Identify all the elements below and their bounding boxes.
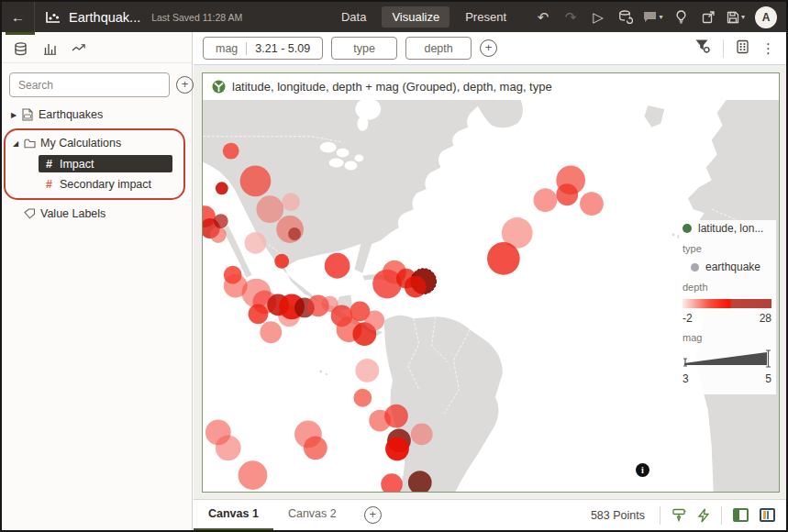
add-filter-button[interactable]: +	[480, 39, 497, 57]
map-viz-globe-icon	[212, 80, 226, 94]
canvas-tab-bar: Canvas 1 Canvas 2 + 583 Points	[194, 499, 786, 530]
comments-menu-button[interactable]: ▾	[639, 2, 667, 32]
grammar-panel-icon[interactable]	[736, 39, 749, 58]
tab-data[interactable]: Data	[331, 6, 376, 28]
lightning-bolt-icon[interactable]	[697, 508, 710, 523]
folder-label: My Calculations	[40, 137, 121, 150]
dataset-label: Earthquakes	[39, 108, 103, 121]
filter-pill-type[interactable]: type	[331, 37, 397, 60]
earthquake-bubble[interactable]	[214, 214, 228, 228]
filter-value: 3.21 - 5.09	[255, 42, 310, 55]
earthquake-bubble[interactable]	[260, 321, 282, 343]
earthquake-bubble[interactable]	[256, 195, 283, 223]
insights-lightbulb-icon[interactable]	[667, 2, 694, 32]
expand-expanded-icon[interactable]: ◢	[11, 139, 20, 148]
tree-item-secondary-impact[interactable]: # Secondary impact	[6, 174, 183, 194]
tab-present[interactable]: Present	[455, 6, 516, 28]
canvas-tab-1[interactable]: Canvas 1	[194, 500, 273, 531]
mode-tabs: Data Visualize Present	[331, 6, 516, 28]
run-button[interactable]: ▷	[584, 2, 612, 32]
earthquake-bubble[interactable]	[210, 227, 227, 243]
map-visualization-card[interactable]: latitude, longitude, depth + mag (Groupe…	[202, 72, 780, 493]
last-saved-text: Last Saved 11:28 AM	[151, 12, 242, 23]
earthquake-bubble[interactable]	[405, 276, 427, 298]
earthquake-bubble[interactable]	[487, 242, 520, 275]
depth-max: 28	[760, 312, 771, 325]
earthquake-bubble[interactable]	[223, 143, 239, 160]
canvas-bar-actions: 583 Points	[591, 506, 775, 525]
filter-field: depth	[424, 42, 452, 55]
user-avatar[interactable]: A	[755, 6, 777, 28]
tree-item-impact-selected[interactable]: # Impact	[39, 155, 172, 172]
main-area: mag 3.21 - 5.09 type depth +	[194, 32, 786, 530]
earthquake-bubble[interactable]	[288, 227, 301, 240]
filter-settings-icon[interactable]	[694, 39, 711, 58]
earthquake-bubble[interactable]	[580, 192, 604, 216]
redo-button[interactable]: ↷	[557, 2, 584, 32]
depth-color-gradient[interactable]	[683, 299, 771, 308]
tab-analytics[interactable]	[64, 32, 94, 62]
number-hash-icon: #	[46, 178, 52, 191]
tree-item-value-labels[interactable]: Value Labels	[2, 204, 192, 224]
filter-field: type	[353, 42, 375, 55]
earthquake-bubble[interactable]	[411, 424, 433, 446]
calc-secondary-impact-label: Secondary impact	[60, 178, 151, 191]
mag-size-wedge[interactable]	[683, 349, 771, 368]
legend-type-value[interactable]: earthquake	[705, 260, 760, 273]
open-in-window-icon[interactable]	[694, 2, 722, 32]
earthquake-bubble[interactable]	[385, 437, 409, 460]
earthquake-bubble[interactable]	[274, 254, 289, 269]
add-data-button[interactable]: +	[176, 76, 194, 94]
tree-item-my-calculations[interactable]: ◢ My Calculations	[6, 133, 183, 153]
tree-item-earthquakes[interactable]: ▶ Earthquakes	[2, 105, 192, 125]
tab-visualizations[interactable]	[35, 32, 64, 62]
earthquake-bubble[interactable]	[245, 232, 267, 254]
tab-visualize[interactable]: Visualize	[382, 6, 449, 28]
earthquake-bubble[interactable]	[364, 310, 384, 330]
number-hash-icon: #	[46, 158, 52, 171]
save-menu-button[interactable]: ▾	[722, 2, 749, 32]
earthquake-bubble[interactable]	[353, 389, 372, 407]
earthquake-bubble[interactable]	[282, 193, 300, 211]
earthquake-bubble[interactable]	[325, 253, 350, 279]
undo-button[interactable]: ↶	[529, 2, 557, 32]
refresh-data-icon[interactable]	[612, 2, 639, 32]
earthquake-bubble[interactable]	[355, 359, 379, 382]
filter-pill-mag[interactable]: mag 3.21 - 5.09	[203, 37, 323, 60]
mag-min: 3	[683, 372, 689, 385]
caret-down-icon: ▾	[741, 13, 745, 21]
divider	[721, 506, 722, 525]
earthquake-bubble[interactable]	[384, 405, 408, 428]
search-input[interactable]	[9, 72, 170, 97]
tab-data-elements[interactable]	[6, 32, 35, 62]
earthquake-bubble[interactable]	[216, 182, 228, 194]
calc-impact-label: Impact	[60, 158, 94, 171]
top-header: ← Earthquak... Last Saved 11:28 AM Data …	[2, 2, 786, 32]
depth-min: -2	[683, 312, 693, 325]
expand-collapsed-icon[interactable]: ▶	[9, 111, 18, 119]
filter-bar-actions: ⋮	[694, 39, 775, 58]
earthquake-bubble[interactable]	[534, 188, 558, 212]
earthquake-bubble[interactable]	[216, 435, 241, 460]
divider	[660, 506, 660, 525]
caret-down-icon: ▾	[659, 13, 662, 21]
earthquake-bubble[interactable]	[304, 436, 327, 460]
earthquake-bubble[interactable]	[249, 304, 269, 324]
mag-max: 5	[765, 372, 771, 385]
earthquake-bubble[interactable]	[556, 183, 578, 205]
more-options-menu[interactable]: ⋮	[761, 41, 775, 55]
paint-roller-icon[interactable]	[671, 508, 686, 523]
add-canvas-button[interactable]: +	[364, 506, 382, 524]
viz-title-text: latitude, longitude, depth + mag (Groupe…	[232, 80, 552, 94]
map-attribution-info-button[interactable]: i	[636, 463, 649, 477]
earthquake-bubble[interactable]	[239, 460, 268, 490]
back-button[interactable]: ←	[2, 2, 35, 32]
canvas-tab-2[interactable]: Canvas 2	[273, 500, 351, 531]
toggle-left-panel-icon[interactable]	[733, 508, 749, 522]
toggle-grammar-panel-icon[interactable]	[760, 508, 775, 522]
sidebar-tab-strip	[2, 32, 192, 63]
legend-depth-label: depth	[683, 282, 772, 293]
filter-pill-depth[interactable]: depth	[405, 37, 472, 60]
earthquake-bubble[interactable]	[240, 165, 272, 196]
earthquake-bubble[interactable]	[276, 216, 304, 243]
